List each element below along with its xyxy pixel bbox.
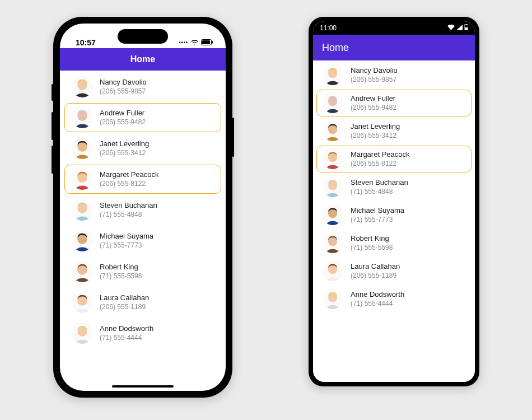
avatar: [72, 230, 93, 251]
android-device-frame: 11:00 Home: [309, 17, 479, 386]
contact-row[interactable]: Andrew Fuller (206) 555-9482: [64, 103, 221, 132]
avatar: [72, 169, 93, 190]
contact-row[interactable]: Nancy Davolio (206) 555-9857: [64, 72, 221, 101]
contact-phone: (71) 555-4848: [100, 211, 157, 220]
contact-row[interactable]: Margaret Peacock (206) 555-8122: [64, 165, 221, 194]
svg-rect-32: [466, 24, 467, 25]
wifi-icon: [447, 24, 455, 32]
contact-name: Janet Leverling: [351, 122, 400, 132]
iphone-device-frame: 10:57 •••• Home Nancy: [53, 17, 232, 398]
avatar: [323, 93, 343, 113]
contact-name: Robert King: [100, 263, 142, 272]
contact-name: Margaret Peacock: [100, 170, 159, 180]
battery-icon: [464, 24, 468, 32]
avatar: [323, 149, 343, 169]
contact-name: Nancy Davolio: [100, 78, 147, 87]
contact-phone: (71) 555-7773: [351, 216, 404, 225]
svg-rect-2: [212, 41, 213, 44]
contact-phone: (206) 555-9482: [351, 104, 396, 113]
avatar: [72, 138, 93, 159]
contact-name: Andrew Fuller: [100, 109, 146, 118]
contact-phone: (71) 555-4444: [100, 334, 153, 343]
contact-phone: (206) 555-9482: [100, 118, 146, 127]
contact-phone: (206) 555-3412: [100, 149, 149, 158]
cellular-icon: ••••: [179, 40, 188, 45]
contact-phone: (71) 555-7773: [100, 241, 153, 250]
contact-phone: (206) 555-9857: [100, 87, 147, 96]
contact-name: Michael Suyama: [351, 206, 404, 216]
contact-row[interactable]: Robert King (71) 555-5598: [316, 230, 472, 256]
svg-rect-31: [465, 27, 468, 30]
battery-icon: [201, 38, 213, 47]
avatar: [323, 233, 343, 253]
android-navbar: Home: [313, 35, 475, 60]
contact-row[interactable]: Michael Suyama (71) 555-7773: [64, 226, 221, 255]
contact-name: Janet Leverling: [100, 139, 149, 149]
avatar: [323, 65, 343, 85]
contact-phone: (206) 555-3412: [351, 132, 400, 141]
contact-name: Michael Suyama: [100, 232, 153, 241]
contact-name: Laura Callahan: [100, 293, 149, 303]
camera-punch-hole: [391, 25, 397, 30]
page-title: Home: [130, 54, 155, 64]
contacts-list[interactable]: Nancy Davolio (206) 555-9857 Andrew Full…: [313, 62, 475, 312]
contact-row[interactable]: Steven Buchanan (71) 555-4848: [64, 195, 221, 225]
contact-row[interactable]: Anne Dodsworth (71) 555-4444: [316, 286, 472, 312]
page-title: Home: [322, 42, 349, 54]
contact-name: Steven Buchanan: [100, 201, 157, 211]
home-indicator: [112, 385, 174, 388]
contact-row[interactable]: Anne Dodsworth (71) 555-4444: [64, 319, 221, 348]
contact-name: Margaret Peacock: [351, 150, 410, 160]
contact-phone: (206) 555-1189: [100, 303, 149, 312]
ios-clock: 10:57: [76, 38, 96, 47]
dynamic-island: [118, 29, 168, 44]
contact-phone: (206) 555-8122: [351, 160, 410, 169]
contact-name: Laura Callahan: [351, 262, 400, 272]
svg-rect-1: [202, 40, 210, 44]
contact-name: Andrew Fuller: [351, 94, 396, 104]
wifi-icon: [190, 38, 199, 47]
contact-row[interactable]: Robert King (71) 555-5598: [64, 257, 221, 286]
android-clock: 11:00: [320, 24, 337, 32]
avatar: [323, 121, 343, 141]
contact-row[interactable]: Laura Callahan (206) 555-1189: [64, 288, 221, 317]
avatar: [72, 199, 93, 221]
contact-name: Anne Dodsworth: [351, 290, 404, 300]
avatar: [323, 261, 343, 281]
contact-phone: (71) 555-4848: [351, 188, 408, 197]
avatar: [323, 205, 343, 225]
contact-row[interactable]: Michael Suyama (71) 555-7773: [316, 202, 472, 228]
avatar: [72, 292, 93, 313]
contact-row[interactable]: Steven Buchanan (71) 555-4848: [316, 174, 472, 200]
contact-phone: (71) 555-4444: [351, 300, 404, 309]
cellular-icon: [456, 24, 463, 32]
contact-row[interactable]: Janet Leverling (206) 555-3412: [64, 134, 221, 163]
avatar: [72, 261, 93, 282]
contact-row[interactable]: Andrew Fuller (206) 555-9482: [316, 90, 472, 116]
contact-row[interactable]: Margaret Peacock (206) 555-8122: [316, 146, 472, 172]
contacts-list[interactable]: Nancy Davolio (206) 555-9857 Andrew Full…: [60, 72, 226, 348]
contact-row[interactable]: Nancy Davolio (206) 555-9857: [316, 62, 472, 88]
contact-row[interactable]: Laura Callahan (206) 555-1189: [316, 258, 472, 284]
contact-phone: (206) 555-8122: [100, 180, 159, 189]
contact-name: Anne Dodsworth: [100, 324, 153, 334]
contact-phone: (206) 555-1189: [351, 272, 400, 281]
avatar: [323, 177, 343, 197]
avatar: [72, 76, 93, 97]
avatar: [72, 107, 93, 128]
contact-name: Nancy Davolio: [351, 66, 398, 76]
contact-name: Robert King: [351, 234, 393, 244]
ios-navbar: Home: [60, 48, 226, 71]
avatar: [72, 323, 93, 344]
contact-name: Steven Buchanan: [351, 178, 408, 188]
contact-phone: (206) 555-9857: [351, 76, 398, 85]
contact-phone: (71) 555-5598: [351, 244, 393, 253]
contact-row[interactable]: Janet Leverling (206) 555-3412: [316, 118, 472, 144]
avatar: [323, 289, 343, 309]
contact-phone: (71) 555-5598: [100, 272, 142, 281]
